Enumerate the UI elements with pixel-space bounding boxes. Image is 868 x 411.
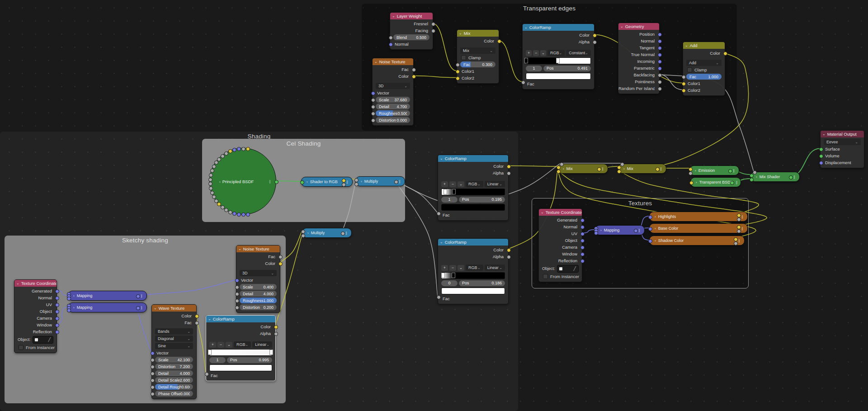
field-blend[interactable]: Blend0.500 xyxy=(393,34,429,40)
parametric-socket[interactable] xyxy=(658,66,662,71)
node-header-mix-top[interactable]: ⌄Mix xyxy=(457,30,499,37)
input-socket[interactable] xyxy=(301,230,305,234)
dropdown-3d[interactable]: 3D⌄ xyxy=(240,270,277,276)
bsdf-input-socket[interactable] xyxy=(214,161,218,165)
ramp-options-button[interactable]: ⌄ xyxy=(226,342,232,348)
color-socket[interactable] xyxy=(723,52,727,56)
bsdf-input-socket[interactable] xyxy=(232,212,236,216)
surface-socket[interactable] xyxy=(819,147,823,151)
fac-top-socket[interactable] xyxy=(560,162,564,166)
remove-stop-button[interactable]: − xyxy=(533,50,539,56)
input-socket[interactable] xyxy=(67,308,71,312)
normal-socket[interactable] xyxy=(55,296,59,300)
node-mapping-sk1[interactable]: ›Mapping∥ xyxy=(68,291,147,301)
input-socket[interactable] xyxy=(648,215,652,219)
fac-socket[interactable] xyxy=(682,75,686,79)
color-ramp-gradient[interactable] xyxy=(209,349,272,356)
node-texcoord-tex[interactable]: ⌄Texture CoordinateGeneratedNormalUVObje… xyxy=(538,208,582,282)
node-base-color[interactable]: ›Base Color∥ xyxy=(649,223,748,233)
position-socket[interactable] xyxy=(658,33,662,37)
remove-stop-button[interactable]: − xyxy=(449,181,456,187)
color-ramp-gradient[interactable] xyxy=(526,57,591,64)
fac-socket[interactable] xyxy=(412,68,416,72)
normal-socket[interactable] xyxy=(658,39,662,43)
dropdown-mix[interactable]: Mix⌄ xyxy=(460,47,495,54)
object-socket[interactable] xyxy=(55,310,59,314)
dropdown-3d[interactable]: 3D⌄ xyxy=(376,83,410,89)
node-emission[interactable]: ›Emission∥ xyxy=(689,165,739,175)
bsdf-input-socket[interactable] xyxy=(208,182,212,186)
input-socket[interactable] xyxy=(557,170,561,174)
input-socket[interactable] xyxy=(689,167,693,171)
detail-roughne-socket[interactable] xyxy=(151,385,155,389)
fac-socket[interactable] xyxy=(456,63,460,67)
input-socket[interactable] xyxy=(594,231,598,235)
field-scale[interactable]: Scale0.400 xyxy=(240,284,277,290)
ramp-options-button[interactable]: ⌄ xyxy=(540,50,546,56)
detail-scale-socket[interactable] xyxy=(151,378,155,383)
window-socket[interactable] xyxy=(55,323,59,327)
scale-socket[interactable] xyxy=(371,98,375,102)
interpolation-dropdown[interactable]: Constant⌄ xyxy=(566,50,591,56)
output-socket[interactable] xyxy=(394,180,398,184)
dropdown-eevee[interactable]: Eevee⌄ xyxy=(824,139,861,145)
object-socket[interactable] xyxy=(580,239,585,243)
tangent-socket[interactable] xyxy=(658,46,662,50)
input-socket[interactable] xyxy=(300,180,304,184)
node-principled-bsdf[interactable]: ›Principled BSDF∥ xyxy=(209,148,276,215)
camera-socket[interactable] xyxy=(580,246,585,250)
color1-socket[interactable] xyxy=(456,70,460,74)
roughness-socket[interactable] xyxy=(371,112,375,116)
color1-socket[interactable] xyxy=(682,82,686,86)
output-socket[interactable] xyxy=(342,179,346,183)
incoming-socket[interactable] xyxy=(658,60,662,64)
node-texcoord-sk[interactable]: ⌄Texture CoordinateGeneratedNormalUVObje… xyxy=(14,279,57,353)
bsdf-input-socket[interactable] xyxy=(212,195,216,199)
node-header-noise-edge[interactable]: ⌄Noise Texture xyxy=(373,58,413,65)
output-socket[interactable] xyxy=(730,181,734,185)
node-header-colorramp-sk[interactable]: ⌄ColorRamp xyxy=(206,316,275,322)
distortion-socket[interactable] xyxy=(371,118,375,123)
reflection-socket[interactable] xyxy=(580,259,585,263)
output-socket[interactable] xyxy=(634,229,638,233)
scale-socket[interactable] xyxy=(235,285,239,289)
add-stop-button[interactable]: + xyxy=(209,342,216,348)
input-socket[interactable] xyxy=(648,227,652,231)
distortion-socket[interactable] xyxy=(235,306,239,310)
bsdf-input-socket[interactable] xyxy=(221,154,225,158)
detail-socket[interactable] xyxy=(371,105,375,109)
scale-socket[interactable] xyxy=(151,358,155,362)
fac-top-socket[interactable] xyxy=(620,162,624,166)
checkbox-row-from-instancer[interactable]: From Instancer xyxy=(14,344,57,351)
remove-stop-button[interactable]: − xyxy=(217,342,224,348)
node-colorramp-edge[interactable]: ⌄ColorRampColorAlpha+−⌄RGB⌄Constant⌄1Pos… xyxy=(522,24,594,90)
stop-index-field[interactable]: 1 xyxy=(441,197,458,203)
node-mapping-sk2[interactable]: ›Mapping∥ xyxy=(68,302,147,312)
bsdf-input-socket[interactable] xyxy=(228,149,232,153)
node-editor-canvas[interactable]: ShadingTransparent edgesCel ShadingSketc… xyxy=(0,0,868,411)
stop-position-field[interactable]: Pos0.195 xyxy=(459,197,505,203)
node-colorramp-sk[interactable]: ⌄ColorRampColorAlpha+−⌄RGB⌄Linear⌄1Pos0.… xyxy=(206,315,276,381)
output-socket[interactable] xyxy=(342,183,346,187)
input-socket[interactable] xyxy=(67,297,71,301)
object-field[interactable]: ╱ xyxy=(557,265,579,273)
uv-socket[interactable] xyxy=(580,232,585,236)
field-distortion[interactable]: Distortion0.000 xyxy=(376,117,410,123)
field-scale[interactable]: Scale42.100 xyxy=(155,357,193,363)
output-socket[interactable] xyxy=(136,294,140,298)
detail-socket[interactable] xyxy=(235,292,239,296)
roughness-socket[interactable] xyxy=(235,299,239,303)
dropdown-diagonal[interactable]: Diagonal⌄ xyxy=(155,335,193,342)
node-material-output[interactable]: ⌄Material OutputEevee⌄SurfaceVolumeDispl… xyxy=(820,130,864,168)
color2-socket[interactable] xyxy=(682,89,686,93)
stop-color-swatch[interactable] xyxy=(441,288,505,294)
volume-socket[interactable] xyxy=(819,154,823,158)
fac-socket[interactable] xyxy=(521,80,525,85)
fac-socket[interactable] xyxy=(195,321,199,325)
bsdf-input-socket[interactable] xyxy=(237,147,241,151)
fresnel-socket[interactable] xyxy=(431,22,435,26)
output-socket[interactable] xyxy=(728,169,732,173)
color-socket[interactable] xyxy=(274,325,278,329)
true-normal-socket[interactable] xyxy=(658,53,662,57)
node-header-material-output[interactable]: ⌄Material Output xyxy=(821,131,864,137)
